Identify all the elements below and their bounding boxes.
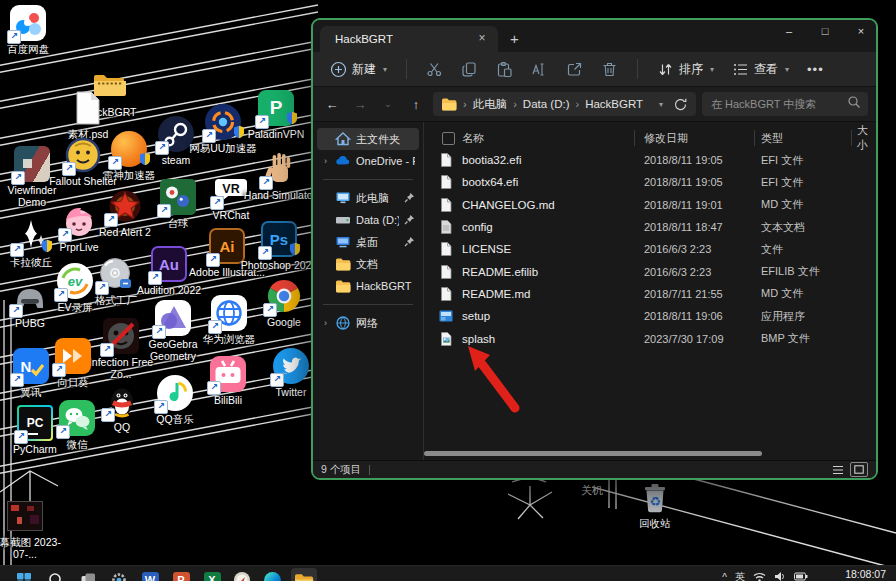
large-icons-view-icon[interactable] <box>850 462 868 477</box>
taskbar-settings-icon[interactable] <box>109 570 129 581</box>
desktop-icon-photoshop-2023[interactable]: Ps↗ Photoshop 2023 <box>240 221 318 271</box>
new-button[interactable]: 新建▾ <box>323 57 394 82</box>
taskbar-powerpoint-icon[interactable]: P <box>171 570 191 581</box>
nav-item-HackBGRT[interactable]: HackBGRT <box>317 275 419 297</box>
file-type: EFI 文件 <box>761 175 803 190</box>
desktop-icon-format-factory[interactable]: ↗ 格式工厂 <box>77 256 155 306</box>
copy-button[interactable] <box>454 57 485 82</box>
desktop-icon-netease-uu-booster[interactable]: ↗ 网易UU加速器 <box>184 104 262 154</box>
tab-close-icon[interactable]: × <box>474 31 490 47</box>
speaker-icon[interactable] <box>774 571 786 581</box>
file-type: 文本文档 <box>761 220 805 235</box>
column-type[interactable]: 类型 <box>761 131 783 146</box>
file-name: README.efilib <box>462 266 538 278</box>
qq-music-icon: ↗ <box>157 375 193 411</box>
breadcrumb-item-0[interactable]: 此电脑 <box>473 97 508 112</box>
uac-shield-icon <box>41 239 53 257</box>
desktop-icon-screenshot-file[interactable]: 屏幕截图 2023-07-... <box>0 498 64 560</box>
new-tab-button[interactable]: + <box>510 30 519 47</box>
wifi-icon[interactable] <box>753 571 766 581</box>
share-button[interactable] <box>559 57 590 82</box>
search-box[interactable] <box>702 92 868 116</box>
file-row-LICENSE[interactable]: LICENSE 2016/6/3 2:23 文件 <box>424 238 876 260</box>
desktop-icon-sunflower-remote[interactable]: ↗ 向日葵 <box>34 338 112 388</box>
file-row-setup[interactable]: setup 2018/8/11 19:06 应用程序 <box>424 305 876 327</box>
tab-title: HackBGRT <box>335 33 467 45</box>
cut-button[interactable] <box>419 57 450 82</box>
nav-item-Data (D:)[interactable]: Data (D:) <box>317 209 419 231</box>
battery-icon[interactable] <box>794 572 808 581</box>
tray-ime-indicator[interactable]: 英 <box>735 570 745 581</box>
new-icon <box>330 61 347 78</box>
nav-item-OneDrive - Person[interactable]: › OneDrive - Person <box>317 150 419 172</box>
shortcut-arrow-icon: ↗ <box>206 253 220 267</box>
taskbar-edge-icon[interactable] <box>262 570 282 581</box>
file-row-config[interactable]: config 2018/8/11 18:47 文本文档 <box>424 216 876 238</box>
nav-item-网络[interactable]: › 网络 <box>317 312 419 334</box>
paste-button[interactable] <box>489 57 520 82</box>
horizontal-scrollbar[interactable] <box>424 451 876 457</box>
file-row-bootia32.efi[interactable]: bootia32.efi 2018/8/11 19:05 EFI 文件 <box>424 149 876 171</box>
nav-item-主文件夹[interactable]: 主文件夹 <box>317 128 419 150</box>
recent-locations-icon[interactable]: ⌄ <box>377 99 399 109</box>
explorer-tab[interactable]: HackBGRT × <box>320 26 498 52</box>
file-row-CHANGELOG.md[interactable]: CHANGELOG.md 2018/8/11 19:01 MD 文件 <box>424 194 876 216</box>
cut-icon <box>426 61 443 78</box>
file-row-bootx64.efi[interactable]: bootx64.efi 2018/8/11 19:05 EFI 文件 <box>424 171 876 193</box>
expand-chevron-icon[interactable]: › <box>321 156 330 166</box>
nav-item-label: 文档 <box>356 257 415 272</box>
file-row-README.efilib[interactable]: README.efilib 2016/6/3 2:23 EFILIB 文件 <box>424 260 876 282</box>
breadcrumb-item-2[interactable]: HackBGRT <box>585 98 643 110</box>
forward-button[interactable]: → <box>349 97 371 112</box>
desktop-icon-label: Photoshop 2023 <box>240 259 318 271</box>
desktop-icon-label: 屏幕截图 2023-07-... <box>0 536 64 560</box>
breadcrumb-item-1[interactable]: Data (D:) <box>523 98 570 110</box>
delete-button[interactable] <box>594 57 625 82</box>
svg-text:VR: VR <box>222 182 239 196</box>
file-row-splash[interactable]: splash 2023/7/30 17:09 BMP 文件 <box>424 327 876 349</box>
search-input[interactable] <box>709 97 847 111</box>
taskbar-word-icon[interactable]: W <box>140 570 160 581</box>
taskbar-taskview-icon[interactable] <box>78 570 98 581</box>
desktop-icon-viewfinder-demo[interactable]: ↗ Viewfinder Demo <box>0 146 71 208</box>
system-tray[interactable]: ^ 英 <box>722 570 808 581</box>
expand-chevron-icon[interactable]: › <box>321 318 330 328</box>
details-view-icon[interactable] <box>830 463 846 476</box>
minimize-button[interactable]: – <box>780 25 798 37</box>
taskbar-excel-icon[interactable]: X <box>202 570 222 581</box>
maximize-button[interactable]: □ <box>816 25 834 37</box>
file-row-README.md[interactable]: README.md 2018/7/11 21:55 MD 文件 <box>424 283 876 305</box>
column-name[interactable]: 名称 <box>462 131 484 146</box>
nav-item-此电脑[interactable]: 此电脑 <box>317 187 419 209</box>
shortcut-arrow-icon: ↗ <box>207 381 221 395</box>
more-icon: ••• <box>807 62 824 77</box>
address-dropdown-icon[interactable]: ▾ <box>659 100 663 109</box>
more-options-button[interactable]: ••• <box>800 58 831 81</box>
nav-item-桌面[interactable]: 桌面 <box>317 231 419 253</box>
back-button[interactable]: ← <box>321 97 343 112</box>
uac-shield-icon <box>289 242 301 260</box>
view-button[interactable]: 查看▾ <box>725 57 796 82</box>
taskbar-search-icon[interactable] <box>46 570 66 581</box>
taskbar-explorer-icon[interactable] <box>291 568 317 581</box>
taskbar-compass-browser-icon[interactable] <box>232 570 252 581</box>
desktop-icon-hand-simulator[interactable]: ↗ Hand Simulator <box>241 151 319 201</box>
select-all-checkbox[interactable] <box>442 132 455 145</box>
rename-button[interactable] <box>524 57 555 82</box>
twitter-icon: ↗ <box>273 348 309 384</box>
column-date-modified[interactable]: 修改日期 <box>644 131 688 146</box>
taskbar-start-icon[interactable] <box>14 570 34 581</box>
breadcrumb[interactable]: › 此电脑› Data (D:)› HackBGRT▾ <box>433 92 696 116</box>
nav-folder-icon <box>335 257 351 271</box>
desktop-icon-baidu-netdisk[interactable]: ↗ 百度网盘 <box>0 5 67 55</box>
refresh-icon[interactable] <box>673 97 688 112</box>
desktop-icon-recycle-bin[interactable]: ♻ 回收站 <box>616 479 694 529</box>
close-button[interactable]: × <box>852 25 870 37</box>
tray-chevron-icon[interactable]: ^ <box>722 572 727 581</box>
desktop-icon-pycharm[interactable]: PC↗ PyCharm <box>0 405 74 455</box>
nav-item-文档[interactable]: 文档 <box>317 253 419 275</box>
desktop-icon-kalabiqiu[interactable]: ↗ 卡拉彼丘 <box>0 218 70 268</box>
uac-shield-icon <box>139 152 151 170</box>
up-button[interactable]: ↑ <box>405 97 427 112</box>
sort-button[interactable]: 排序▾ <box>650 57 721 82</box>
